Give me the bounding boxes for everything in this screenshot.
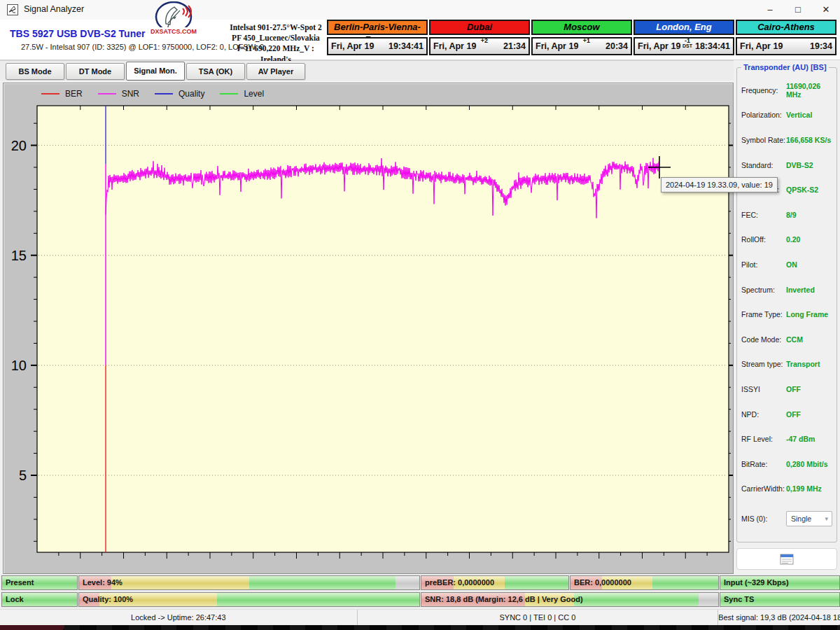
- signal-plot[interactable]: 5101520: [4, 83, 733, 573]
- clock-date: Fri, Apr 19: [536, 38, 578, 54]
- transponder-label: Frame Type:: [741, 310, 786, 318]
- transponder-label: Spectrum:: [741, 286, 786, 294]
- svg-text:10: 10: [11, 358, 27, 373]
- mis-dropdown[interactable]: Single ▾: [786, 511, 832, 526]
- clock-date: Fri, Apr 19: [433, 38, 476, 54]
- clock-city: Berlin-Paris-Vienna-Roma: [327, 20, 428, 35]
- transponder-label: RF Level:: [741, 435, 786, 443]
- mis-value: Single: [791, 514, 811, 523]
- meter-segment: [396, 576, 419, 589]
- transponder-value: -47 dBm: [786, 435, 815, 443]
- clock-time: Fri, Apr 1919:34: [736, 37, 836, 55]
- transponder-row-7: Pilot:ON: [741, 252, 832, 277]
- clock-date: Fri, Apr 19: [331, 38, 374, 54]
- meter-label: Present: [6, 576, 34, 589]
- info-line-1: PF 450_Lucenec/Slovakia: [221, 33, 330, 43]
- world-clocks: Berlin-Paris-Vienna-RomaFri, Apr 1919:34…: [327, 20, 839, 57]
- meter-row-2: LockQuality: 100%SNR: 18,8 dB (Margin: 1…: [0, 592, 840, 607]
- clock-utc-offset: +1: [583, 37, 590, 44]
- meter-label: SNR: 18,8 dB (Margin: 12,6 dB | Very Goo…: [425, 593, 583, 606]
- transponder-label: BitRate:: [741, 460, 786, 468]
- meter-input: Input (~329 Kbps): [720, 575, 840, 590]
- tab-bar: BS ModeDT ModeSignal Mon.TSA (OK)AV Play…: [0, 61, 840, 80]
- clock-city: Moscow: [531, 20, 632, 35]
- transponder-row-1: Polarization:Vertical: [741, 103, 832, 128]
- ts-details-button[interactable]: [736, 548, 837, 570]
- meter-segment: [249, 576, 396, 589]
- logo-text: DXSATCS.COM: [150, 28, 197, 35]
- tab-bs-mode[interactable]: BS Mode: [6, 63, 64, 80]
- transponder-value: DVB-S2: [786, 161, 813, 169]
- transponder-row-11: Stream type:Transport: [741, 352, 832, 377]
- clock-4: Cairo-AthensFri, Apr 1919:34: [736, 20, 836, 57]
- transponder-row-9: Frame Type:Long Frame: [741, 302, 832, 327]
- tab-dt-mode[interactable]: DT Mode: [66, 63, 125, 80]
- transponder-value: OFF: [786, 385, 801, 393]
- transponder-label: Polarization:: [741, 111, 786, 119]
- transponder-row-16: CarrierWidth:0,199 MHz: [741, 477, 832, 502]
- transponder-value: 8/9: [786, 211, 797, 219]
- transponder-row-14: RF Level:-47 dBm: [741, 426, 832, 451]
- transponder-label: Frequency:: [741, 86, 786, 94]
- tab-av-player[interactable]: AV Player: [246, 63, 305, 80]
- window-title: Signal Analyzer: [24, 4, 84, 14]
- meter-quality: Quality: 100%: [78, 592, 420, 607]
- tab-signal-mon-[interactable]: Signal Mon.: [126, 62, 185, 80]
- clock-0: Berlin-Paris-Vienna-RomaFri, Apr 1919:34…: [327, 20, 428, 57]
- clock-value: 19:34:41: [388, 38, 424, 54]
- transponder-row-13: NPD:OFF: [741, 402, 832, 427]
- transponder-value: Long Frame: [786, 310, 828, 318]
- transponder-label: Code Mode:: [741, 335, 786, 344]
- clock-3: London, EngFri, Apr 19-1DST18:34:41: [634, 20, 734, 57]
- titlebar: Signal Analyzer – □ ✕: [0, 0, 840, 20]
- transponder-value: OFF: [786, 410, 801, 419]
- svg-text:15: 15: [11, 248, 27, 263]
- clock-city: Dubai: [429, 20, 530, 35]
- transponder-row-12: ISSYIOFF: [741, 377, 832, 402]
- meter-syncts: Sync TS: [720, 592, 840, 607]
- chevron-down-icon: ▾: [825, 512, 828, 526]
- transponder-group: Transponder (AU) [BS] Frequency:11690,02…: [736, 67, 837, 542]
- clock-time: Fri, Apr 19+221:34: [429, 37, 530, 55]
- svg-text:5: 5: [19, 468, 27, 483]
- meter-label: Sync TS: [724, 593, 754, 606]
- status-bar: Locked -> Uptime: 26:47:43 SYNC 0 | TEI …: [0, 609, 840, 626]
- transponder-label: FEC:: [741, 211, 786, 219]
- meter-lock: Lock: [1, 592, 78, 607]
- meter-label: Level: 94%: [83, 576, 122, 589]
- mis-row: MIS (0): Single ▾: [741, 510, 832, 527]
- transponder-row-2: Symbol Rate:166,658 KS/s: [741, 127, 832, 153]
- clock-value: 20:34: [606, 38, 628, 54]
- transponder-value: 166,658 KS/s: [786, 136, 831, 144]
- transponder-value: Transport: [786, 360, 820, 368]
- status-sync-counters: SYNC 0 | TEI 0 | CC 0: [358, 610, 719, 626]
- transponder-value: Inverted: [786, 286, 815, 294]
- background-window-corner: [0, 625, 64, 630]
- meter-label: Lock: [6, 593, 24, 606]
- minimize-button[interactable]: –: [756, 0, 784, 20]
- clock-value: 19:34: [810, 38, 832, 54]
- mis-label: MIS (0):: [741, 514, 786, 523]
- cursor-tooltip: 2024-04-19 19.33.09, value: 19: [661, 177, 778, 192]
- meter-label: preBER: 0,0000000: [425, 576, 494, 589]
- meter-segment: [111, 576, 249, 589]
- status-best-signal: Best signal: 19,3 dB (2024-04-18 18:58): [718, 610, 840, 626]
- clock-date: Fri, Apr 19: [638, 38, 680, 54]
- transponder-value: 0,280 Mbit/s: [786, 460, 828, 468]
- meter-level: Level: 94%: [78, 575, 420, 590]
- meter-segment: [505, 576, 568, 589]
- transponder-value: 11690,026 MHz: [786, 82, 832, 99]
- clock-utc-offset: -1DST: [682, 37, 692, 50]
- close-button[interactable]: ✕: [812, 0, 840, 20]
- transponder-group-title: Transponder (AU) [BS]: [741, 63, 829, 71]
- clock-time: Fri, Apr 19-1DST18:34:41: [634, 37, 734, 55]
- transponder-label: Pilot:: [741, 260, 786, 269]
- transponder-row-10: Code Mode:CCM: [741, 327, 832, 352]
- chart-panel: BERSNRQualityLevel 5101520: [3, 83, 734, 574]
- meter-preber: preBER: 0,0000000: [421, 575, 569, 590]
- maximize-button[interactable]: □: [784, 0, 812, 20]
- transponder-value: CCM: [786, 335, 803, 344]
- resize-grip[interactable]: [836, 622, 837, 623]
- tab-tsa-ok-[interactable]: TSA (OK): [186, 63, 245, 80]
- clock-1: DubaiFri, Apr 19+221:34: [429, 20, 530, 57]
